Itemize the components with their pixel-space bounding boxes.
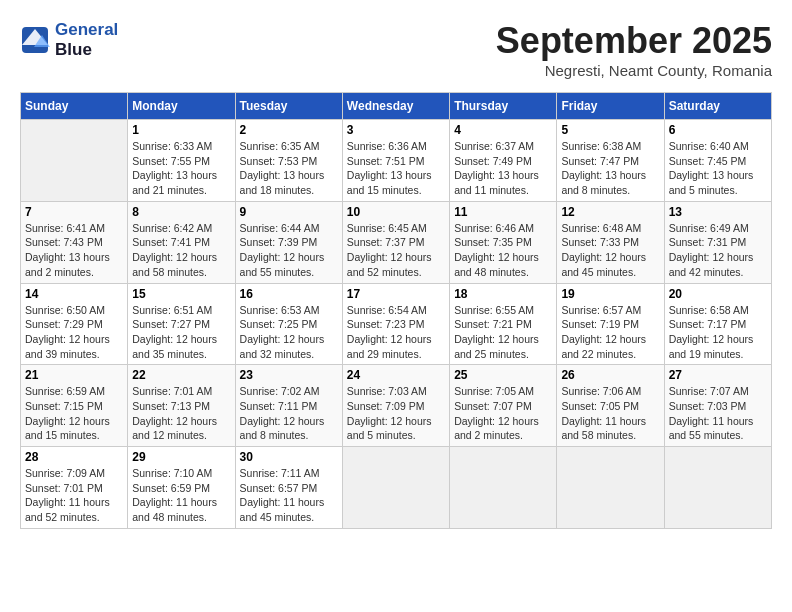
- weekday-header: Thursday: [450, 93, 557, 120]
- day-number: 26: [561, 368, 659, 382]
- calendar-cell: 9Sunrise: 6:44 AM Sunset: 7:39 PM Daylig…: [235, 201, 342, 283]
- day-number: 16: [240, 287, 338, 301]
- day-info: Sunrise: 6:57 AM Sunset: 7:19 PM Dayligh…: [561, 303, 659, 362]
- logo-text: General Blue: [55, 20, 118, 60]
- calendar-cell: 20Sunrise: 6:58 AM Sunset: 7:17 PM Dayli…: [664, 283, 771, 365]
- day-info: Sunrise: 6:33 AM Sunset: 7:55 PM Dayligh…: [132, 139, 230, 198]
- calendar-cell: 8Sunrise: 6:42 AM Sunset: 7:41 PM Daylig…: [128, 201, 235, 283]
- day-info: Sunrise: 6:59 AM Sunset: 7:15 PM Dayligh…: [25, 384, 123, 443]
- logo-icon: [20, 25, 50, 55]
- calendar-cell: 30Sunrise: 7:11 AM Sunset: 6:57 PM Dayli…: [235, 447, 342, 529]
- calendar-week-row: 14Sunrise: 6:50 AM Sunset: 7:29 PM Dayli…: [21, 283, 772, 365]
- day-number: 21: [25, 368, 123, 382]
- day-number: 22: [132, 368, 230, 382]
- day-info: Sunrise: 7:07 AM Sunset: 7:03 PM Dayligh…: [669, 384, 767, 443]
- day-info: Sunrise: 6:46 AM Sunset: 7:35 PM Dayligh…: [454, 221, 552, 280]
- day-number: 19: [561, 287, 659, 301]
- day-number: 7: [25, 205, 123, 219]
- day-info: Sunrise: 6:48 AM Sunset: 7:33 PM Dayligh…: [561, 221, 659, 280]
- day-number: 27: [669, 368, 767, 382]
- calendar-cell: 5Sunrise: 6:38 AM Sunset: 7:47 PM Daylig…: [557, 120, 664, 202]
- calendar-cell: 25Sunrise: 7:05 AM Sunset: 7:07 PM Dayli…: [450, 365, 557, 447]
- calendar-cell: 23Sunrise: 7:02 AM Sunset: 7:11 PM Dayli…: [235, 365, 342, 447]
- day-info: Sunrise: 6:44 AM Sunset: 7:39 PM Dayligh…: [240, 221, 338, 280]
- day-info: Sunrise: 6:36 AM Sunset: 7:51 PM Dayligh…: [347, 139, 445, 198]
- calendar-cell: 13Sunrise: 6:49 AM Sunset: 7:31 PM Dayli…: [664, 201, 771, 283]
- calendar-cell: 2Sunrise: 6:35 AM Sunset: 7:53 PM Daylig…: [235, 120, 342, 202]
- calendar-cell: 7Sunrise: 6:41 AM Sunset: 7:43 PM Daylig…: [21, 201, 128, 283]
- day-info: Sunrise: 7:11 AM Sunset: 6:57 PM Dayligh…: [240, 466, 338, 525]
- calendar-cell: 28Sunrise: 7:09 AM Sunset: 7:01 PM Dayli…: [21, 447, 128, 529]
- day-number: 10: [347, 205, 445, 219]
- day-number: 8: [132, 205, 230, 219]
- day-info: Sunrise: 6:55 AM Sunset: 7:21 PM Dayligh…: [454, 303, 552, 362]
- calendar-cell: 29Sunrise: 7:10 AM Sunset: 6:59 PM Dayli…: [128, 447, 235, 529]
- weekday-header: Monday: [128, 93, 235, 120]
- day-number: 9: [240, 205, 338, 219]
- calendar-cell: 21Sunrise: 6:59 AM Sunset: 7:15 PM Dayli…: [21, 365, 128, 447]
- calendar-week-row: 1Sunrise: 6:33 AM Sunset: 7:55 PM Daylig…: [21, 120, 772, 202]
- day-number: 28: [25, 450, 123, 464]
- calendar-cell: [664, 447, 771, 529]
- calendar-cell: 22Sunrise: 7:01 AM Sunset: 7:13 PM Dayli…: [128, 365, 235, 447]
- weekday-header: Friday: [557, 93, 664, 120]
- location-subtitle: Negresti, Neamt County, Romania: [496, 62, 772, 79]
- calendar-cell: 10Sunrise: 6:45 AM Sunset: 7:37 PM Dayli…: [342, 201, 449, 283]
- calendar-cell: 12Sunrise: 6:48 AM Sunset: 7:33 PM Dayli…: [557, 201, 664, 283]
- calendar-cell: [450, 447, 557, 529]
- day-info: Sunrise: 7:09 AM Sunset: 7:01 PM Dayligh…: [25, 466, 123, 525]
- day-number: 15: [132, 287, 230, 301]
- day-number: 1: [132, 123, 230, 137]
- title-section: September 2025 Negresti, Neamt County, R…: [496, 20, 772, 79]
- day-number: 20: [669, 287, 767, 301]
- day-info: Sunrise: 7:05 AM Sunset: 7:07 PM Dayligh…: [454, 384, 552, 443]
- day-number: 6: [669, 123, 767, 137]
- calendar-header-row: SundayMondayTuesdayWednesdayThursdayFrid…: [21, 93, 772, 120]
- day-info: Sunrise: 6:54 AM Sunset: 7:23 PM Dayligh…: [347, 303, 445, 362]
- day-number: 2: [240, 123, 338, 137]
- calendar-cell: 11Sunrise: 6:46 AM Sunset: 7:35 PM Dayli…: [450, 201, 557, 283]
- day-number: 29: [132, 450, 230, 464]
- day-info: Sunrise: 6:45 AM Sunset: 7:37 PM Dayligh…: [347, 221, 445, 280]
- day-number: 3: [347, 123, 445, 137]
- calendar-cell: 27Sunrise: 7:07 AM Sunset: 7:03 PM Dayli…: [664, 365, 771, 447]
- calendar-cell: 1Sunrise: 6:33 AM Sunset: 7:55 PM Daylig…: [128, 120, 235, 202]
- day-number: 17: [347, 287, 445, 301]
- day-number: 25: [454, 368, 552, 382]
- day-info: Sunrise: 6:50 AM Sunset: 7:29 PM Dayligh…: [25, 303, 123, 362]
- calendar-cell: 4Sunrise: 6:37 AM Sunset: 7:49 PM Daylig…: [450, 120, 557, 202]
- calendar-table: SundayMondayTuesdayWednesdayThursdayFrid…: [20, 92, 772, 529]
- day-info: Sunrise: 6:58 AM Sunset: 7:17 PM Dayligh…: [669, 303, 767, 362]
- day-info: Sunrise: 7:10 AM Sunset: 6:59 PM Dayligh…: [132, 466, 230, 525]
- day-info: Sunrise: 6:40 AM Sunset: 7:45 PM Dayligh…: [669, 139, 767, 198]
- calendar-cell: 18Sunrise: 6:55 AM Sunset: 7:21 PM Dayli…: [450, 283, 557, 365]
- weekday-header: Saturday: [664, 93, 771, 120]
- calendar-cell: [21, 120, 128, 202]
- calendar-cell: 14Sunrise: 6:50 AM Sunset: 7:29 PM Dayli…: [21, 283, 128, 365]
- weekday-header: Tuesday: [235, 93, 342, 120]
- calendar-week-row: 21Sunrise: 6:59 AM Sunset: 7:15 PM Dayli…: [21, 365, 772, 447]
- day-info: Sunrise: 7:01 AM Sunset: 7:13 PM Dayligh…: [132, 384, 230, 443]
- calendar-cell: 15Sunrise: 6:51 AM Sunset: 7:27 PM Dayli…: [128, 283, 235, 365]
- calendar-cell: [557, 447, 664, 529]
- day-info: Sunrise: 7:02 AM Sunset: 7:11 PM Dayligh…: [240, 384, 338, 443]
- day-number: 23: [240, 368, 338, 382]
- day-number: 13: [669, 205, 767, 219]
- day-number: 4: [454, 123, 552, 137]
- weekday-header: Wednesday: [342, 93, 449, 120]
- weekday-header: Sunday: [21, 93, 128, 120]
- day-number: 30: [240, 450, 338, 464]
- day-number: 5: [561, 123, 659, 137]
- calendar-cell: 3Sunrise: 6:36 AM Sunset: 7:51 PM Daylig…: [342, 120, 449, 202]
- month-title: September 2025: [496, 20, 772, 62]
- day-info: Sunrise: 6:38 AM Sunset: 7:47 PM Dayligh…: [561, 139, 659, 198]
- day-info: Sunrise: 6:42 AM Sunset: 7:41 PM Dayligh…: [132, 221, 230, 280]
- day-info: Sunrise: 7:03 AM Sunset: 7:09 PM Dayligh…: [347, 384, 445, 443]
- day-info: Sunrise: 6:41 AM Sunset: 7:43 PM Dayligh…: [25, 221, 123, 280]
- day-info: Sunrise: 6:49 AM Sunset: 7:31 PM Dayligh…: [669, 221, 767, 280]
- day-number: 12: [561, 205, 659, 219]
- calendar-cell: 17Sunrise: 6:54 AM Sunset: 7:23 PM Dayli…: [342, 283, 449, 365]
- day-info: Sunrise: 6:53 AM Sunset: 7:25 PM Dayligh…: [240, 303, 338, 362]
- day-info: Sunrise: 6:35 AM Sunset: 7:53 PM Dayligh…: [240, 139, 338, 198]
- day-number: 14: [25, 287, 123, 301]
